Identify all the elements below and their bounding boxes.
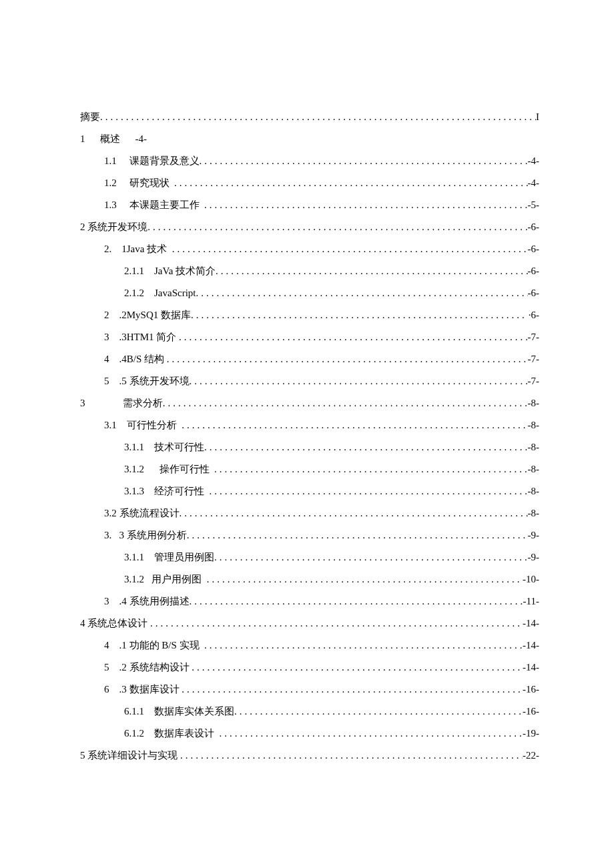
toc-entry-page: -8- xyxy=(528,486,540,496)
toc-entry-page: -5- xyxy=(528,200,540,210)
toc-entry: 1.3 本课题主要工作 -5- xyxy=(80,200,539,210)
toc-entry-page: -19- xyxy=(523,729,539,739)
toc-entry: 4 .4B/S 结构 -7- xyxy=(80,354,539,364)
toc-entry-page: -14- xyxy=(523,618,539,628)
toc-leader-dots xyxy=(180,508,528,518)
toc-entry: 1 概述 -4- xyxy=(80,134,539,144)
toc-leader-dots xyxy=(220,729,523,739)
toc-entry-label: 2. 1Java 技术 xyxy=(80,244,172,254)
toc-entry-label: 5 .2 系统结构设计 xyxy=(80,663,192,673)
toc-entry-label: 3.1.3 经济可行性 xyxy=(80,486,210,496)
toc-entry: 3.1.2 操作可行性 -8- xyxy=(80,464,539,474)
toc-entry-page: -16- xyxy=(523,707,539,717)
toc-entry: 3 .4 系统用例描述-11- xyxy=(80,596,539,606)
toc-leader-dots xyxy=(190,376,528,386)
toc-entry: 2 .2MySQ1 数据库 ·6- xyxy=(80,310,539,320)
toc-leader-dots xyxy=(207,574,523,584)
table-of-contents: 摘要I1 概述 -4-1.1 课题背景及意义-4-1.2 研究现状 -4-1.3… xyxy=(80,112,539,761)
toc-entry-page: -7- xyxy=(528,376,540,386)
toc-entry-page: -8- xyxy=(528,442,540,452)
toc-entry-label: 3.2 系统流程设计 xyxy=(80,508,180,518)
toc-leader-dots xyxy=(234,707,523,717)
toc-entry-label: 3 需求分析 xyxy=(80,398,163,408)
toc-entry-label: 3.1.2 用户用例图 xyxy=(80,574,207,584)
toc-entry-label: 5 .5 系统开发环境 xyxy=(80,376,190,386)
toc-entry-page: -9- xyxy=(528,552,540,562)
toc-entry: 3.1 可行性分析 -8- xyxy=(80,420,539,430)
toc-entry: 5 .5 系统开发环境-7- xyxy=(80,376,539,386)
toc-entry: 2 系统开发环境-6- xyxy=(80,222,539,232)
toc-entry: 6.1.1 数据库实体关系图-16- xyxy=(80,707,539,717)
toc-entry: 4 系统总体设计 -14- xyxy=(80,618,539,628)
toc-leader-dots xyxy=(100,112,536,122)
toc-entry-label: 3.1.1 技术可行性 xyxy=(80,442,204,452)
page-content: { "toc": [ { "indent": 0, "label": "摘要",… xyxy=(0,0,614,868)
toc-entry-page: ·6- xyxy=(526,310,539,320)
toc-entry-label: 6 .3 数据库设计 xyxy=(80,685,182,695)
toc-entry-page: -8- xyxy=(528,420,540,430)
toc-entry-label: 6.1.2 数据库表设计 xyxy=(80,729,220,739)
toc-entry: 2. 1Java 技术 -6- xyxy=(80,244,539,254)
toc-leader-dots xyxy=(187,530,528,540)
toc-leader-dots xyxy=(196,288,527,298)
toc-entry-page: -7- xyxy=(528,332,540,342)
toc-leader-dots xyxy=(190,596,523,606)
toc-entry: 3.1.1 管理员用例图-9- xyxy=(80,552,539,562)
toc-entry-page: -8- xyxy=(528,398,540,408)
toc-entry: 3.1.3 经济可行性 -8- xyxy=(80,486,539,496)
toc-entry-label: 3. 3 系统用例分析 xyxy=(80,530,187,540)
toc-entry: 4 .1 功能的 B/S 实现 -14- xyxy=(80,640,539,650)
toc-entry-page: -8- xyxy=(528,464,540,474)
toc-entry-page: -6- xyxy=(528,266,540,276)
toc-leader-dots xyxy=(204,442,528,452)
toc-entry: 3.1.2 用户用例图 -10- xyxy=(80,574,539,584)
toc-entry-label: 1 概述 -4- xyxy=(80,134,147,144)
toc-leader-dots xyxy=(179,332,527,342)
toc-leader-dots xyxy=(191,310,526,320)
toc-leader-dots xyxy=(192,663,523,673)
toc-entry-label: 4 .4B/S 结构 xyxy=(80,354,167,364)
toc-entry-page: -11- xyxy=(523,596,539,606)
toc-entry-page: I xyxy=(536,112,539,122)
toc-entry-label: 2.1.2 JavaScript xyxy=(80,288,196,298)
toc-entry-page: -14- xyxy=(523,640,539,650)
toc-entry: 3.2 系统流程设计-8- xyxy=(80,508,539,518)
toc-entry-page: -4- xyxy=(528,156,540,166)
toc-entry-label: 5 系统详细设计与实现 xyxy=(80,751,180,761)
toc-entry: 5 系统详细设计与实现 -22- xyxy=(80,751,539,761)
toc-entry: 3 需求分析-8- xyxy=(80,398,539,408)
toc-leader-dots xyxy=(200,156,528,166)
toc-entry: 2.1.1 JaVa 技术简介-6- xyxy=(80,266,539,276)
toc-entry-label: 6.1.1 数据库实体关系图 xyxy=(80,707,234,717)
toc-leader-dots xyxy=(214,552,528,562)
toc-leader-dots xyxy=(214,464,528,474)
toc-entry-label: 4 .1 功能的 B/S 实现 xyxy=(80,640,204,650)
toc-leader-dots xyxy=(210,486,528,496)
toc-entry-label: 1.3 本课题主要工作 xyxy=(80,200,204,210)
toc-entry-page: -22- xyxy=(523,751,539,761)
toc-entry-label: 2 .2MySQ1 数据库 xyxy=(80,310,191,320)
toc-entry: 1.2 研究现状 -4- xyxy=(80,178,539,188)
toc-entry-label: 2.1.1 JaVa 技术简介 xyxy=(80,266,216,276)
toc-leader-dots xyxy=(180,751,523,761)
toc-leader-dots xyxy=(204,200,528,210)
toc-leader-dots xyxy=(216,266,527,276)
toc-entry: 1.1 课题背景及意义-4- xyxy=(80,156,539,166)
toc-entry: 5 .2 系统结构设计 -14- xyxy=(80,663,539,673)
toc-entry: 6.1.2 数据库表设计 -19- xyxy=(80,729,539,739)
toc-entry-label: 3.1 可行性分析 xyxy=(80,420,182,430)
toc-leader-dots xyxy=(147,222,527,232)
toc-leader-dots xyxy=(182,685,523,695)
toc-entry-page: -6- xyxy=(528,222,540,232)
toc-entry-label: 摘要 xyxy=(80,112,100,122)
toc-entry: 2.1.2 JavaScript-6- xyxy=(80,288,539,298)
toc-entry: 6 .3 数据库设计 -16- xyxy=(80,685,539,695)
toc-leader-dots xyxy=(150,618,523,628)
toc-entry-page: -4- xyxy=(528,178,540,188)
toc-entry-label: 3 .4 系统用例描述 xyxy=(80,596,190,606)
toc-entry: 3.1.1 技术可行性-8- xyxy=(80,442,539,452)
toc-entry: 摘要I xyxy=(80,112,539,122)
toc-leader-dots xyxy=(163,398,528,408)
toc-entry-label: 3 .3HTM1 简介 xyxy=(80,332,179,342)
toc-entry: 3 .3HTM1 简介 -7- xyxy=(80,332,539,342)
